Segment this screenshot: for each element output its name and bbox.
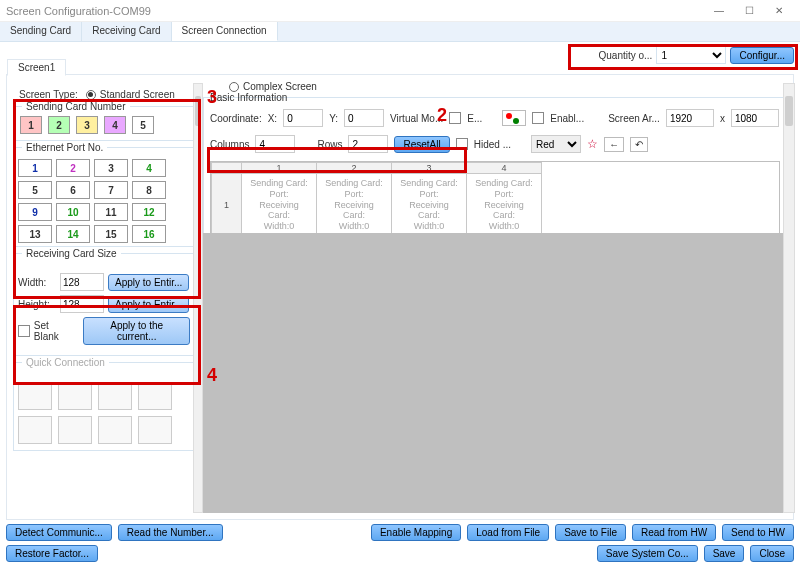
- rgb-icon[interactable]: [502, 110, 526, 126]
- save-button[interactable]: Save: [704, 545, 745, 562]
- sending-card-title: Sending Card Number: [22, 101, 130, 112]
- ethernet-port-10[interactable]: 10: [56, 203, 90, 221]
- screen-h-input[interactable]: [731, 109, 779, 127]
- y-input[interactable]: [344, 109, 384, 127]
- ethernet-port-6[interactable]: 6: [56, 181, 90, 199]
- sending-card-1[interactable]: 1: [20, 116, 42, 134]
- quantity-select[interactable]: 1: [656, 46, 726, 64]
- enable-mapping-button[interactable]: Enable Mapping: [371, 524, 461, 541]
- reset-all-button[interactable]: ResetAll: [394, 136, 449, 153]
- quick-conn-pattern-4[interactable]: [18, 416, 52, 444]
- ethernet-port-8[interactable]: 8: [132, 181, 166, 199]
- read-number-button[interactable]: Read the Number...: [118, 524, 223, 541]
- grid-col-header: 4: [467, 163, 542, 174]
- radio-complex[interactable]: Complex Screen: [229, 81, 317, 92]
- quick-conn-pattern-0[interactable]: [18, 382, 52, 410]
- quick-conn-pattern-1[interactable]: [58, 382, 92, 410]
- sending-card-5[interactable]: 5: [132, 116, 154, 134]
- detect-communic-button[interactable]: Detect Communic...: [6, 524, 112, 541]
- ethernet-port-4[interactable]: 4: [132, 159, 166, 177]
- rows-input[interactable]: [348, 135, 388, 153]
- close-icon[interactable]: ✕: [764, 1, 794, 21]
- grid-cell[interactable]: Sending Card:Port:ReceivingCard:Width:0: [467, 174, 542, 237]
- screen-w-input[interactable]: [666, 109, 714, 127]
- screen1-tab[interactable]: Screen1: [7, 59, 66, 76]
- tab-sending-card[interactable]: Sending Card: [0, 22, 82, 41]
- recv-size-title: Receiving Card Size: [22, 248, 121, 259]
- color-select[interactable]: Red: [531, 135, 581, 153]
- left-panel: Screen Type: Standard Screen Sending Car…: [13, 83, 195, 513]
- load-from-file-button[interactable]: Load from File: [467, 524, 549, 541]
- grid-row-header: 1: [212, 174, 242, 237]
- quick-conn-pattern-7[interactable]: [138, 416, 172, 444]
- y-label: Y:: [329, 113, 338, 124]
- quantity-label: Quantity o...: [598, 50, 652, 61]
- maximize-icon[interactable]: ☐: [734, 1, 764, 21]
- basic-info-title: Basic Information: [210, 92, 780, 103]
- hided-checkbox[interactable]: [456, 138, 468, 150]
- height-input[interactable]: [60, 295, 104, 313]
- annotation-num-2: 2: [437, 105, 447, 126]
- sending-card-3[interactable]: 3: [76, 116, 98, 134]
- columns-input[interactable]: [255, 135, 295, 153]
- ethernet-port-16[interactable]: 16: [132, 225, 166, 243]
- ethernet-port-7[interactable]: 7: [94, 181, 128, 199]
- grid-cell[interactable]: Sending Card:Port:ReceivingCard:Width:0: [392, 174, 467, 237]
- grid-cell[interactable]: Sending Card:Port:ReceivingCard:Width:0: [242, 174, 317, 237]
- grid-col-header: 1: [242, 163, 317, 174]
- screen-ar-label: Screen Ar...: [608, 113, 660, 124]
- sending-card-2[interactable]: 2: [48, 116, 70, 134]
- recv-card-size-group: Receiving Card Size Width: Apply to Enti…: [13, 253, 195, 356]
- grid-col-header: 2: [317, 163, 392, 174]
- ethernet-port-15[interactable]: 15: [94, 225, 128, 243]
- sending-card-4[interactable]: 4: [104, 116, 126, 134]
- screen-area: Screen1 Screen Type: Standard Screen Sen…: [6, 74, 794, 520]
- canvas-area[interactable]: [203, 233, 787, 513]
- width-label: Width:: [18, 277, 56, 288]
- save-system-button[interactable]: Save System Co...: [597, 545, 698, 562]
- apply-current-button[interactable]: Apply to the current...: [83, 317, 190, 345]
- send-to-hw-button[interactable]: Send to HW: [722, 524, 794, 541]
- back-icon[interactable]: ←: [604, 137, 624, 152]
- ethernet-port-3[interactable]: 3: [94, 159, 128, 177]
- read-from-hw-button[interactable]: Read from HW: [632, 524, 716, 541]
- width-input[interactable]: [60, 273, 104, 291]
- apply-entire-col-button[interactable]: Apply to Entir...: [108, 274, 189, 291]
- bottom-toolbar: Detect Communic... Read the Number... En…: [0, 522, 800, 568]
- apply-entire-row-button[interactable]: Apply to Entir...: [108, 296, 189, 313]
- left-scrollbar[interactable]: [193, 83, 203, 513]
- tab-screen-connection[interactable]: Screen Connection: [172, 22, 278, 41]
- x-input[interactable]: [283, 109, 323, 127]
- ethernet-port-14[interactable]: 14: [56, 225, 90, 243]
- main-panel: Complex Screen Basic Information Coordin…: [203, 83, 787, 513]
- star-icon[interactable]: ☆: [587, 137, 598, 151]
- save-to-file-button[interactable]: Save to File: [555, 524, 626, 541]
- ethernet-port-9[interactable]: 9: [18, 203, 52, 221]
- ethernet-port-13[interactable]: 13: [18, 225, 52, 243]
- set-blank-checkbox[interactable]: [18, 325, 30, 337]
- grid-col-header: 3: [392, 163, 467, 174]
- annotation-num-4: 4: [207, 365, 217, 386]
- ethernet-port-1[interactable]: 1: [18, 159, 52, 177]
- restore-factor-button[interactable]: Restore Factor...: [6, 545, 98, 562]
- ethernet-port-11[interactable]: 11: [94, 203, 128, 221]
- ethernet-port-12[interactable]: 12: [132, 203, 166, 221]
- undo-icon[interactable]: ↶: [630, 137, 648, 152]
- radio-standard[interactable]: Standard Screen: [86, 89, 175, 100]
- ethernet-port-2[interactable]: 2: [56, 159, 90, 177]
- minimize-icon[interactable]: —: [704, 1, 734, 21]
- quick-conn-pattern-6[interactable]: [98, 416, 132, 444]
- configure-button[interactable]: Configur...: [730, 47, 794, 64]
- quick-conn-pattern-2[interactable]: [98, 382, 132, 410]
- rows-label: Rows: [317, 139, 342, 150]
- enable-checkbox[interactable]: [532, 112, 544, 124]
- e-checkbox[interactable]: [449, 112, 461, 124]
- grid-cell[interactable]: Sending Card:Port:ReceivingCard:Width:0: [317, 174, 392, 237]
- quick-conn-pattern-3[interactable]: [138, 382, 172, 410]
- quick-conn-pattern-5[interactable]: [58, 416, 92, 444]
- close-button[interactable]: Close: [750, 545, 794, 562]
- right-scrollbar[interactable]: [783, 83, 795, 513]
- tab-receiving-card[interactable]: Receiving Card: [82, 22, 171, 41]
- title-bar: Screen Configuration-COM99 — ☐ ✕: [0, 0, 800, 22]
- ethernet-port-5[interactable]: 5: [18, 181, 52, 199]
